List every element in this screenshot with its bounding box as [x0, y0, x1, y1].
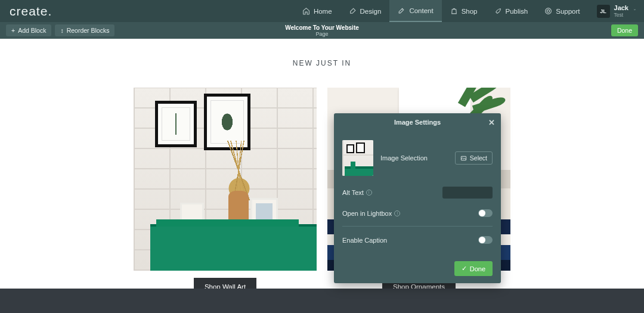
nav-content[interactable]: Content — [389, 0, 441, 22]
panel-done-label: Done — [470, 265, 485, 272]
info-icon[interactable]: i — [366, 190, 372, 196]
pencil-icon — [398, 7, 405, 14]
row-enable-caption: Enable Caption — [342, 226, 493, 249]
add-block-label: Add Block — [18, 27, 46, 34]
reorder-blocks-label: Reorder Blocks — [67, 27, 110, 34]
user-sub: Test — [614, 13, 628, 18]
image-selection-label: Image Selection — [380, 154, 455, 162]
user-menu[interactable]: JL Jack Test ˇ — [589, 5, 636, 18]
info-icon[interactable]: i — [394, 210, 400, 216]
panel-title: Image Settings ✕ — [334, 113, 501, 131]
editor-toolbar: + Add Block ↕ Reorder Blocks Welcome To … — [0, 22, 644, 39]
lightbox-toggle[interactable] — [478, 209, 493, 217]
panel-title-text: Image Settings — [394, 119, 441, 126]
top-nav: create Home Design Content Shop Publish … — [0, 0, 644, 22]
page-type: Page — [285, 31, 359, 37]
card-image[interactable] — [134, 88, 317, 271]
select-label: Select — [470, 154, 487, 162]
nav-label: Publish — [506, 8, 528, 15]
chevron-down-icon: ˇ — [634, 8, 636, 14]
row-alt-text: Alt Text i — [342, 181, 493, 204]
nav-label: Home — [314, 8, 332, 15]
logo[interactable]: create — [10, 4, 52, 18]
image-thumbnail — [342, 140, 373, 176]
footer-band — [0, 289, 644, 313]
svg-point-1 — [547, 10, 550, 12]
reorder-icon: ↕ — [60, 27, 63, 34]
section-heading: NEW JUST IN — [0, 59, 644, 67]
nav-shop[interactable]: Shop — [442, 0, 486, 22]
caption-toggle[interactable] — [478, 236, 493, 244]
nav-label: Content — [409, 7, 433, 14]
panel-done-button[interactable]: ✓ Done — [454, 261, 493, 276]
rocket-icon — [494, 7, 502, 15]
add-block-button[interactable]: + Add Block — [6, 24, 51, 36]
life-ring-icon — [544, 7, 552, 15]
alt-text-label: Alt Text — [342, 189, 364, 196]
nav-home[interactable]: Home — [294, 0, 340, 22]
alt-text-input[interactable] — [442, 187, 493, 199]
nav-design[interactable]: Design — [340, 0, 390, 22]
toolbar-done-button[interactable]: Done — [611, 24, 638, 36]
card-row: Shop Wall Art Shop Ornaments — [0, 88, 644, 296]
nav-support[interactable]: Support — [536, 0, 588, 22]
nav-label: Support — [556, 8, 580, 15]
home-icon — [302, 7, 310, 15]
avatar: JL — [597, 5, 610, 18]
caption-label: Enable Caption — [342, 237, 387, 244]
nav-label: Shop — [462, 8, 478, 15]
nav-label: Design — [360, 8, 382, 15]
product-card: Shop Wall Art — [134, 88, 317, 296]
bag-icon — [450, 7, 458, 15]
nav-publish[interactable]: Publish — [486, 0, 537, 22]
plus-icon: + — [11, 27, 15, 34]
select-image-button[interactable]: Select — [455, 151, 493, 165]
lightbox-label: Open in Lightbox — [342, 210, 392, 217]
check-icon: ✓ — [462, 265, 467, 272]
close-icon[interactable]: ✕ — [488, 118, 495, 127]
toolbar-title-block: Welcome To Your Website Page — [285, 24, 359, 37]
page-canvas: NEW JUST IN Shop Wall Art Shop Ornaments — [0, 39, 644, 296]
page-title: Welcome To Your Website — [285, 24, 359, 31]
svg-point-0 — [546, 8, 552, 14]
row-open-in-lightbox: Open in Lightbox i — [342, 204, 493, 222]
image-settings-panel: Image Settings ✕ Image Selection Select … — [334, 113, 501, 283]
reorder-blocks-button[interactable]: ↕ Reorder Blocks — [55, 24, 114, 36]
image-icon — [460, 155, 467, 162]
brush-icon — [349, 7, 357, 15]
row-image-selection: Image Selection Select — [342, 135, 493, 181]
user-name: Jack — [614, 5, 628, 11]
